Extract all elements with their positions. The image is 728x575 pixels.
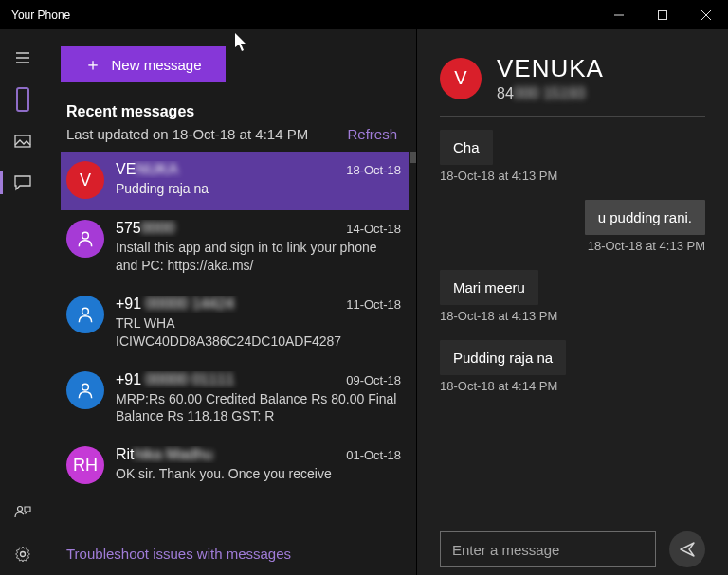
- phone-icon: [16, 87, 29, 112]
- message-timestamp: 18-Oct-18 at 4:13 PM: [440, 239, 705, 253]
- conversation-name: Rithika Madhu: [116, 446, 338, 463]
- chat-panel: V VENUKA 84000 15193 Cha18-Oct-18 at 4:1…: [416, 29, 728, 575]
- svg-point-9: [21, 552, 26, 557]
- conversation-date: 18-Oct-18: [346, 163, 401, 177]
- message-bubble: u pudding rani.: [585, 200, 705, 235]
- message-bubble: Mari meeru: [440, 270, 538, 305]
- gear-icon: [14, 546, 31, 563]
- conversation-item[interactable]: VVENUKA18-Oct-18Pudding raja na: [61, 152, 409, 210]
- maximize-button[interactable]: [641, 0, 684, 29]
- conversation-list-panel: ＋ New message Recent messages Last updat…: [46, 29, 416, 575]
- chat-contact-name: VENUKA: [497, 54, 604, 83]
- outgoing-message: u pudding rani.18-Oct-18 at 4:13 PM: [440, 200, 705, 253]
- conversation-preview: OK sir. Thank you. Once you receive: [116, 465, 401, 483]
- svg-rect-1: [659, 10, 667, 19]
- svg-point-8: [18, 507, 23, 512]
- svg-rect-7: [15, 135, 30, 147]
- conversation-item[interactable]: 575000014-Oct-18Install this app and sig…: [61, 210, 409, 286]
- incoming-message: Cha18-Oct-18 at 4:13 PM: [440, 130, 705, 183]
- message-timestamp: 18-Oct-18 at 4:13 PM: [440, 169, 705, 183]
- message-timestamp: 18-Oct-18 at 4:14 PM: [440, 379, 705, 393]
- app-body: ＋ New message Recent messages Last updat…: [0, 29, 728, 575]
- refresh-link[interactable]: Refresh: [347, 126, 397, 142]
- conversation-date: 01-Oct-18: [346, 448, 401, 462]
- conversation-preview: Pudding raja na: [116, 180, 401, 198]
- conversation-preview: TRL WHA ICIWC40DD8A386C24DC10ADF4287: [116, 314, 401, 350]
- nav-phone[interactable]: [0, 79, 46, 120]
- avatar: RH: [66, 446, 104, 484]
- last-updated-text: Last updated on 18-Oct-18 at 4:14 PM: [66, 126, 347, 142]
- conversation-name: +91 00000 14424: [116, 296, 338, 313]
- nav-settings[interactable]: [0, 533, 46, 575]
- nav-messages[interactable]: [0, 162, 46, 204]
- incoming-message: Pudding raja na18-Oct-18 at 4:14 PM: [440, 340, 705, 393]
- messages-icon: [14, 174, 31, 191]
- send-button[interactable]: [669, 531, 705, 567]
- conversation-name: 5750000: [116, 220, 338, 237]
- minimize-button[interactable]: [597, 0, 641, 29]
- message-bubble: Pudding raja na: [440, 340, 566, 375]
- message-timestamp: 18-Oct-18 at 4:13 PM: [440, 309, 705, 323]
- title-bar: Your Phone: [0, 0, 728, 29]
- nav-rail: [0, 29, 46, 575]
- chat-contact-number: 84000 15193: [497, 85, 604, 102]
- conversation-preview: MRP:Rs 60.00 Credited Balance Rs 80.00 F…: [116, 390, 401, 426]
- close-button[interactable]: [684, 0, 728, 29]
- chat-avatar: V: [440, 58, 482, 99]
- conversation-item[interactable]: RHRithika Madhu01-Oct-18OK sir. Thank yo…: [61, 437, 409, 495]
- chat-messages[interactable]: Cha18-Oct-18 at 4:13 PMu pudding rani.18…: [440, 117, 705, 522]
- conversation-date: 14-Oct-18: [346, 222, 401, 236]
- avatar: [66, 220, 104, 258]
- chat-header: V VENUKA 84000 15193: [440, 54, 705, 117]
- feedback-icon: [14, 504, 31, 521]
- new-message-label: New message: [111, 57, 201, 73]
- message-input-row: [440, 522, 705, 567]
- svg-point-11: [82, 308, 89, 314]
- avatar: [66, 371, 104, 409]
- avatar: V: [66, 161, 104, 199]
- avatar: [66, 296, 104, 333]
- conversation-item[interactable]: +91 00000 0111109-Oct-18MRP:Rs 60.00 Cre…: [61, 362, 409, 438]
- conversation-preview: Install this app and sign in to link you…: [116, 239, 401, 275]
- message-input[interactable]: [440, 531, 656, 567]
- conversation-list[interactable]: VVENUKA18-Oct-18Pudding raja na575000014…: [61, 152, 416, 534]
- conversation-date: 09-Oct-18: [346, 373, 401, 387]
- new-message-button[interactable]: ＋ New message: [61, 46, 226, 82]
- conversation-item[interactable]: +91 00000 1442411-Oct-18TRL WHA ICIWC40D…: [61, 286, 409, 362]
- send-icon: [679, 541, 696, 558]
- recent-messages-header: Recent messages: [66, 103, 194, 120]
- message-bubble: Cha: [440, 130, 493, 165]
- photos-icon: [14, 133, 31, 150]
- nav-photos[interactable]: [0, 120, 46, 162]
- svg-point-12: [82, 384, 89, 390]
- conversation-name: VENUKA: [116, 161, 338, 178]
- hamburger-button[interactable]: [0, 37, 46, 79]
- troubleshoot-link[interactable]: Troubleshoot issues with messages: [61, 534, 416, 575]
- svg-point-10: [82, 232, 89, 239]
- plus-icon: ＋: [84, 53, 101, 76]
- nav-feedback[interactable]: [0, 492, 46, 533]
- window-title: Your Phone: [11, 9, 70, 22]
- incoming-message: Mari meeru18-Oct-18 at 4:13 PM: [440, 270, 705, 323]
- conversation-date: 11-Oct-18: [346, 297, 401, 312]
- conversation-name: +91 00000 01111: [116, 371, 338, 388]
